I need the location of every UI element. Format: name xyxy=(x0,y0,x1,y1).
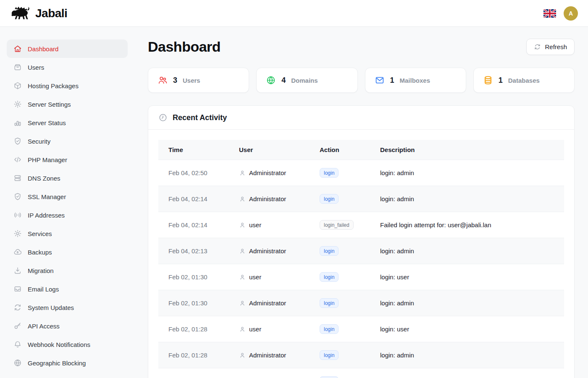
stat-card-domains[interactable]: 4 Domains xyxy=(256,68,357,93)
sidebar-item-security[interactable]: Security xyxy=(7,132,128,150)
cell-description: login: admin xyxy=(373,290,564,316)
action-badge: login xyxy=(320,376,339,378)
sidebar-item-label: Services xyxy=(28,230,52,237)
person-icon xyxy=(239,326,246,333)
stat-value: 1 xyxy=(499,76,503,85)
stat-card-mailboxes[interactable]: 1 Mailboxes xyxy=(365,68,466,93)
person-icon xyxy=(239,222,246,228)
archive-icon xyxy=(13,63,22,71)
sidebar-item-label: PHP Manager xyxy=(28,156,67,163)
stat-card-users[interactable]: 3 Users xyxy=(148,68,249,93)
table-row: Feb 04, 02:50 Administrator login login:… xyxy=(158,160,564,186)
boar-icon xyxy=(10,5,31,21)
gear-icon xyxy=(13,229,22,238)
table-row: Feb 04, 02:13 Administrator login login:… xyxy=(158,238,564,264)
uk-flag-icon[interactable] xyxy=(543,9,556,18)
cell-user: user xyxy=(249,326,261,333)
sidebar-item-label: Geographic Blocking xyxy=(28,360,86,367)
sidebar-item-email-logs[interactable]: Email Logs xyxy=(7,280,128,298)
cell-user: user xyxy=(249,273,261,281)
sidebar-item-system-updates[interactable]: System Updates xyxy=(7,298,128,317)
clock-icon xyxy=(158,113,168,122)
sidebar-item-server-status[interactable]: Server Status xyxy=(7,113,128,132)
sidebar-item-label: Dashboard xyxy=(28,45,58,52)
cell-time: Feb 04, 02:50 xyxy=(158,160,232,186)
stat-value: 3 xyxy=(173,76,177,85)
stat-label: Users xyxy=(183,77,200,84)
stat-value: 1 xyxy=(390,76,394,85)
cell-description: login: admin xyxy=(373,186,564,212)
sidebar-item-ip-addresses[interactable]: IP Addresses xyxy=(7,206,128,224)
stat-label: Domains xyxy=(291,77,318,84)
cell-user: Administrator xyxy=(249,195,286,202)
sidebar-item-api-access[interactable]: API Access xyxy=(7,317,128,335)
signal-icon xyxy=(13,211,22,219)
sidebar-item-label: Server Status xyxy=(28,119,66,126)
cell-user: Administrator xyxy=(249,169,286,176)
users-icon xyxy=(158,75,168,85)
sidebar-item-users[interactable]: Users xyxy=(7,58,128,76)
avatar[interactable]: A xyxy=(564,6,578,21)
sidebar-item-server-settings[interactable]: Server Settings xyxy=(7,95,128,113)
sidebar-item-label: Users xyxy=(28,64,44,71)
cell-user: Administrator xyxy=(249,299,286,307)
key-icon xyxy=(13,322,22,330)
topbar: Jabali A xyxy=(0,0,588,27)
column-header-time: Time xyxy=(158,140,232,160)
package-icon xyxy=(13,81,22,90)
sidebar-item-migration[interactable]: Migration xyxy=(7,261,128,280)
table-row: Feb 02, 01:26 Administrator login login:… xyxy=(158,368,564,378)
stat-card-databases[interactable]: 1 Databases xyxy=(473,68,575,93)
gear-icon xyxy=(13,100,22,108)
stat-label: Mailboxes xyxy=(400,77,430,84)
download-icon xyxy=(13,266,22,275)
person-icon xyxy=(239,352,246,359)
recent-activity-title: Recent Activity xyxy=(173,113,227,122)
cell-description: login: admin xyxy=(373,342,564,368)
cell-time: Feb 02, 01:26 xyxy=(158,368,232,378)
topbar-right: A xyxy=(543,6,578,21)
cell-time: Feb 02, 01:28 xyxy=(158,342,232,368)
table-row: Feb 02, 01:30 Administrator login login:… xyxy=(158,290,564,316)
brand-name: Jabali xyxy=(35,7,67,20)
globe-icon xyxy=(266,75,276,85)
action-badge: login xyxy=(320,298,339,308)
brand[interactable]: Jabali xyxy=(10,5,67,21)
refresh-label: Refresh xyxy=(545,43,567,50)
table-header-row: Time User Action Description xyxy=(158,140,564,160)
sidebar-item-hosting-packages[interactable]: Hosting Packages xyxy=(7,76,128,95)
sidebar-item-label: System Updates xyxy=(28,304,74,311)
stat-label: Databases xyxy=(508,77,540,84)
sidebar-item-geographic-blocking[interactable]: Geographic Blocking xyxy=(7,354,128,372)
page-title: Dashboard xyxy=(148,39,220,55)
stat-value: 4 xyxy=(281,76,286,85)
activity-table: Time User Action Description Feb 04, 02:… xyxy=(158,140,564,378)
column-header-action: Action xyxy=(313,140,373,160)
refresh-icon xyxy=(13,303,22,312)
home-icon xyxy=(13,45,22,53)
cell-description: login: admin xyxy=(373,238,564,264)
sidebar-item-label: Backups xyxy=(28,249,52,256)
refresh-button[interactable]: Refresh xyxy=(526,39,575,55)
cell-time: Feb 04, 02:13 xyxy=(158,238,232,264)
sidebar-item-services[interactable]: Services xyxy=(7,224,128,243)
action-badge: login xyxy=(320,246,339,256)
column-header-description: Description xyxy=(373,140,564,160)
sidebar-item-ssl-manager[interactable]: SSL Manager xyxy=(7,187,128,206)
table-row: Feb 04, 02:14 user login_failed Failed l… xyxy=(158,212,564,238)
cell-time: Feb 04, 02:14 xyxy=(158,186,232,212)
table-row: Feb 04, 02:14 Administrator login login:… xyxy=(158,186,564,212)
sidebar-item-dashboard[interactable]: Dashboard xyxy=(7,39,128,58)
sidebar-item-backups[interactable]: Backups xyxy=(7,243,128,261)
cell-description: login: admin xyxy=(373,160,564,186)
sidebar-item-webhook-notifications[interactable]: Webhook Notifications xyxy=(7,335,128,354)
avatar-initial: A xyxy=(569,10,573,17)
person-icon xyxy=(239,248,246,255)
person-icon xyxy=(239,300,246,307)
table-row: Feb 02, 01:28 user login login: user xyxy=(158,316,564,342)
person-icon xyxy=(239,170,246,176)
person-icon xyxy=(239,196,246,202)
sidebar-item-php-manager[interactable]: PHP Manager xyxy=(7,150,128,169)
sidebar-item-dns-zones[interactable]: DNS Zones xyxy=(7,169,128,187)
sidebar-item-label: IP Addresses xyxy=(28,212,65,219)
